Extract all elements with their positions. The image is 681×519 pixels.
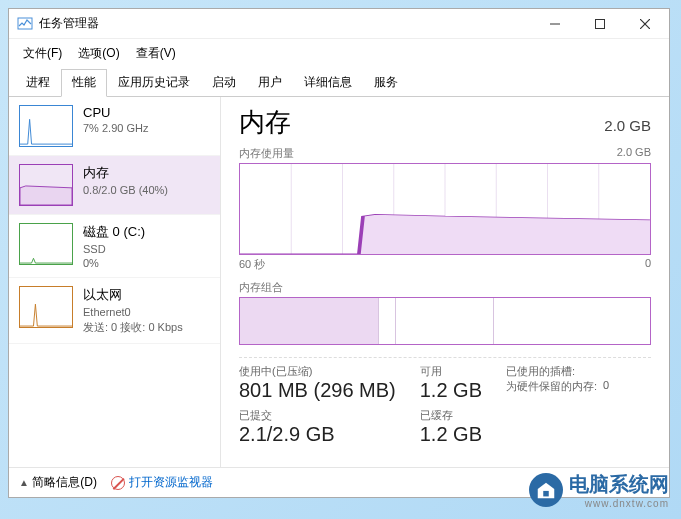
- tab-startup[interactable]: 启动: [201, 69, 247, 97]
- minimize-button[interactable]: [532, 10, 577, 38]
- sidebar: CPU 7% 2.90 GHz 内存 0.8/2.0 GB (40%): [9, 97, 221, 467]
- window-title: 任务管理器: [39, 15, 532, 32]
- maximize-button[interactable]: [577, 10, 622, 38]
- menu-view[interactable]: 查看(V): [130, 41, 182, 66]
- sidebar-item-detail: 0.8/2.0 GB (40%): [83, 184, 168, 196]
- close-button[interactable]: [622, 10, 667, 38]
- sidebar-item-detail: SSD: [83, 243, 145, 255]
- stat-label: 可用: [420, 364, 482, 379]
- stat-label: 已使用的插槽:: [506, 364, 575, 379]
- stats-col-2: 可用 1.2 GB 已缓存 1.2 GB: [420, 364, 482, 452]
- stat-label: 已缓存: [420, 408, 482, 423]
- stat-committed: 已提交 2.1/2.9 GB: [239, 408, 396, 446]
- menubar: 文件(F) 选项(O) 查看(V): [9, 39, 669, 68]
- body: CPU 7% 2.90 GHz 内存 0.8/2.0 GB (40%): [9, 97, 669, 467]
- memory-text: 内存 0.8/2.0 GB (40%): [83, 164, 168, 196]
- stat-in-use: 使用中(已压缩) 801 MB (296 MB): [239, 364, 396, 402]
- cpu-text: CPU 7% 2.90 GHz: [83, 105, 148, 134]
- sidebar-item-label: 内存: [83, 164, 168, 182]
- sidebar-item-detail: Ethernet0: [83, 306, 183, 318]
- stat-value: 1.2 GB: [420, 379, 482, 402]
- eth-text: 以太网 Ethernet0 发送: 0 接收: 0 Kbps: [83, 286, 183, 335]
- menu-file[interactable]: 文件(F): [17, 41, 68, 66]
- minimize-icon: [550, 19, 560, 29]
- tab-users[interactable]: 用户: [247, 69, 293, 97]
- main-panel: 内存 2.0 GB 内存使用量 2.0 GB 60 秒 0 内存组合: [221, 97, 669, 467]
- sidebar-item-ethernet[interactable]: 以太网 Ethernet0 发送: 0 接收: 0 Kbps: [9, 278, 220, 344]
- fewer-details-label: 简略信息(D): [32, 475, 97, 489]
- sidebar-item-detail: 7% 2.90 GHz: [83, 122, 148, 134]
- fewer-details-toggle[interactable]: ▲ 简略信息(D): [19, 474, 97, 491]
- sidebar-item-label: 以太网: [83, 286, 183, 304]
- stat-cached: 已缓存 1.2 GB: [420, 408, 482, 446]
- stat-label: 为硬件保留的内存:: [506, 379, 597, 394]
- memory-total: 2.0 GB: [604, 117, 651, 134]
- sidebar-item-label: 磁盘 0 (C:): [83, 223, 145, 241]
- chevron-up-icon: ▲: [19, 477, 29, 488]
- stat-hw-reserved: 为硬件保留的内存: 0: [506, 379, 609, 394]
- stat-label: 使用中(已压缩): [239, 364, 396, 379]
- disk-thumb: [19, 223, 73, 265]
- composition-label-row: 内存组合: [239, 280, 651, 295]
- tab-details[interactable]: 详细信息: [293, 69, 363, 97]
- menu-options[interactable]: 选项(O): [72, 41, 125, 66]
- stat-slots: 已使用的插槽:: [506, 364, 609, 379]
- svg-rect-2: [595, 19, 604, 28]
- comp-in-use: [240, 298, 379, 344]
- cpu-thumb: [19, 105, 73, 147]
- tabstrip: 进程 性能 应用历史记录 启动 用户 详细信息 服务: [9, 68, 669, 97]
- usage-label: 内存使用量: [239, 146, 294, 161]
- memory-composition-chart: [239, 297, 651, 345]
- sidebar-item-memory[interactable]: 内存 0.8/2.0 GB (40%): [9, 156, 220, 215]
- stat-value: 1.2 GB: [420, 423, 482, 446]
- tab-performance[interactable]: 性能: [61, 69, 107, 97]
- app-icon: [17, 16, 33, 32]
- resource-monitor-icon: [111, 476, 125, 490]
- close-icon: [640, 19, 650, 29]
- task-manager-window: 任务管理器 文件(F) 选项(O) 查看(V) 进程 性能 应用历史记录 启动 …: [8, 8, 670, 498]
- resmon-label: 打开资源监视器: [129, 474, 213, 491]
- titlebar: 任务管理器: [9, 9, 669, 39]
- x-axis-row: 60 秒 0: [239, 257, 651, 272]
- stat-label: 已提交: [239, 408, 396, 423]
- stat-value: 2.1/2.9 GB: [239, 423, 396, 446]
- footer: ▲ 简略信息(D) 打开资源监视器: [9, 467, 669, 497]
- tab-processes[interactable]: 进程: [15, 69, 61, 97]
- disk-text: 磁盘 0 (C:) SSD 0%: [83, 223, 145, 269]
- composition-label: 内存组合: [239, 280, 283, 295]
- stat-value: 801 MB (296 MB): [239, 379, 396, 402]
- tab-services[interactable]: 服务: [363, 69, 409, 97]
- stats-col-3: 已使用的插槽: 为硬件保留的内存: 0: [506, 364, 609, 452]
- x-axis-left: 60 秒: [239, 257, 265, 272]
- sidebar-item-detail2: 发送: 0 接收: 0 Kbps: [83, 320, 183, 335]
- open-resource-monitor-link[interactable]: 打开资源监视器: [111, 474, 213, 491]
- sidebar-item-disk[interactable]: 磁盘 0 (C:) SSD 0%: [9, 215, 220, 278]
- comp-standby: [396, 298, 494, 344]
- x-axis-right: 0: [645, 257, 651, 272]
- maximize-icon: [595, 19, 605, 29]
- stats-col-1: 使用中(已压缩) 801 MB (296 MB) 已提交 2.1/2.9 GB: [239, 364, 396, 452]
- stats-grid: 使用中(已压缩) 801 MB (296 MB) 已提交 2.1/2.9 GB …: [239, 357, 651, 452]
- window-controls: [532, 10, 667, 38]
- comp-modified: [379, 298, 395, 344]
- usage-max: 2.0 GB: [617, 146, 651, 161]
- usage-label-row: 内存使用量 2.0 GB: [239, 146, 651, 161]
- comp-free: [494, 298, 650, 344]
- sidebar-item-detail2: 0%: [83, 257, 145, 269]
- stat-value: 0: [603, 379, 609, 394]
- sidebar-item-label: CPU: [83, 105, 148, 120]
- tab-app-history[interactable]: 应用历史记录: [107, 69, 201, 97]
- heading-row: 内存 2.0 GB: [239, 105, 651, 140]
- eth-thumb: [19, 286, 73, 328]
- page-title: 内存: [239, 105, 291, 140]
- sidebar-item-cpu[interactable]: CPU 7% 2.90 GHz: [9, 97, 220, 156]
- stat-available: 可用 1.2 GB: [420, 364, 482, 402]
- memory-thumb: [19, 164, 73, 206]
- watermark-url: www.dnxtw.com: [569, 498, 669, 509]
- memory-usage-chart: [239, 163, 651, 255]
